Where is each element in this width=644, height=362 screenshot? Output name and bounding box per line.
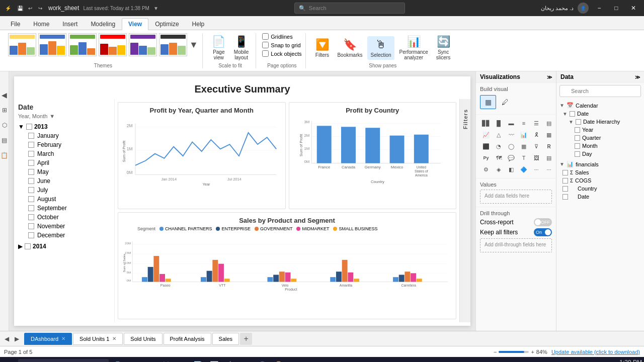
- page-view-button[interactable]: 📄 Pageview: [209, 33, 229, 62]
- tree-date-hierarchy[interactable]: ▼ Date Hierarchy: [556, 118, 644, 126]
- lock-checkbox[interactable]: [262, 50, 269, 57]
- viz-py[interactable]: Py: [480, 152, 492, 163]
- month-october[interactable]: October: [18, 213, 110, 222]
- month-cb[interactable]: [575, 143, 580, 149]
- minimize-button[interactable]: −: [593, 3, 606, 13]
- tab-next[interactable]: ▶: [12, 334, 21, 343]
- table-icon[interactable]: ⊞: [1, 107, 8, 114]
- viz-waterfall[interactable]: ▦: [543, 129, 555, 140]
- month-january[interactable]: January: [18, 131, 110, 140]
- month-february[interactable]: February: [18, 140, 110, 149]
- date-checkbox[interactable]: [570, 111, 575, 117]
- tree-date-f[interactable]: Date: [556, 193, 644, 200]
- tree-day[interactable]: Day: [556, 150, 644, 158]
- tab-optimize[interactable]: Optimize: [148, 18, 185, 30]
- tab-view[interactable]: View: [122, 18, 148, 30]
- viz-stacked-bar[interactable]: ▊▊: [480, 118, 492, 129]
- viz-shape[interactable]: 🔷: [518, 164, 530, 175]
- theme-5[interactable]: [129, 33, 157, 56]
- quarter-cb[interactable]: [575, 135, 580, 141]
- month-december[interactable]: December: [18, 231, 110, 240]
- day-cb[interactable]: [575, 151, 580, 157]
- zoom-slider[interactable]: [499, 351, 529, 353]
- theme-3[interactable]: [68, 33, 97, 56]
- year-2014-checkbox[interactable]: [25, 243, 31, 249]
- taskbar-chrome[interactable]: 🔵: [255, 358, 270, 362]
- theme-6[interactable]: [159, 33, 187, 56]
- tree-sales[interactable]: ΣSales: [556, 168, 644, 176]
- tab-sold-units-1[interactable]: Sold Units 1 ✕: [73, 333, 123, 345]
- snap-checkbox[interactable]: [262, 42, 269, 48]
- viz-line[interactable]: 📈: [480, 129, 492, 140]
- month-april[interactable]: April: [18, 158, 110, 167]
- taskbar-edge[interactable]: 🌐: [110, 358, 125, 362]
- taskbar-explorer[interactable]: 📁: [126, 358, 141, 362]
- taskbar-app1[interactable]: 🟠: [271, 358, 286, 362]
- viz-expand-icon[interactable]: ≫: [547, 74, 552, 80]
- keep-filters-toggle[interactable]: On: [534, 228, 552, 236]
- taskbar-powerpoint[interactable]: 📋: [222, 358, 237, 362]
- snap-to-grid-option[interactable]: Snap to grid: [262, 42, 301, 48]
- tree-month[interactable]: Month: [556, 142, 644, 150]
- redo-icon[interactable]: ↪: [36, 4, 44, 12]
- viz-more2[interactable]: ···: [543, 164, 555, 175]
- viz-donut[interactable]: ◯: [505, 141, 517, 152]
- collapse-icon[interactable]: ◀: [1, 92, 8, 99]
- viz-area[interactable]: △: [493, 129, 505, 140]
- month-june[interactable]: June: [18, 176, 110, 186]
- tree-country[interactable]: Country: [556, 185, 644, 193]
- data-expand-icon[interactable]: ≫: [635, 74, 640, 80]
- taskbar-excel[interactable]: 📊: [206, 358, 221, 362]
- theme-2[interactable]: [38, 33, 66, 56]
- update-notice[interactable]: Update available (click to download): [551, 349, 640, 355]
- tab-prev[interactable]: ◀: [2, 334, 11, 343]
- taskbar-search[interactable]: 🔍 Type here to search: [18, 359, 109, 362]
- tree-cogs[interactable]: ΣCOGS: [556, 176, 644, 185]
- viz-clustered-bar[interactable]: ▐▌: [493, 118, 505, 129]
- tab-sold-units[interactable]: Sold Units: [124, 333, 162, 345]
- viz-bar-h[interactable]: ≡: [518, 118, 530, 129]
- year-2013-header[interactable]: ▼ 2013: [18, 122, 110, 131]
- data-search-input[interactable]: [559, 85, 641, 97]
- tab-profit-analysis[interactable]: Profit Analysis: [164, 333, 211, 345]
- month-may[interactable]: May: [18, 167, 110, 176]
- tree-date[interactable]: ▼ Date: [556, 110, 644, 118]
- taskbar-word[interactable]: 📝: [190, 358, 205, 362]
- taskbar-vscode[interactable]: ⌨: [238, 358, 254, 362]
- theme-4[interactable]: [99, 33, 127, 56]
- chevron-down-icon[interactable]: ▼: [49, 113, 55, 119]
- dropdown-arrow[interactable]: ▼: [153, 6, 158, 11]
- viz-pie[interactable]: ◔: [493, 141, 505, 152]
- zoom-minus[interactable]: −: [494, 349, 497, 355]
- themes-more[interactable]: ▼: [189, 40, 198, 50]
- tab-add-button[interactable]: +: [240, 333, 252, 345]
- start-button[interactable]: ⊞: [2, 358, 17, 362]
- tree-year[interactable]: Year: [556, 126, 644, 134]
- sync-slicers-button[interactable]: 🔄 Syncslicers: [433, 33, 453, 62]
- viz-table2[interactable]: ▤: [543, 152, 555, 163]
- performance-button[interactable]: 📊 Performanceanalyzer: [396, 33, 431, 62]
- tab-file[interactable]: File: [4, 18, 27, 30]
- viz-map[interactable]: 🗺: [493, 152, 505, 163]
- values-drop-zone[interactable]: Add data fields here: [480, 190, 552, 204]
- gridlines-checkbox[interactable]: [262, 33, 269, 40]
- theme-1[interactable]: [8, 33, 36, 56]
- viz-scatter[interactable]: ⬛: [480, 141, 492, 152]
- save-icon[interactable]: 💾: [16, 4, 24, 12]
- undo-icon[interactable]: ↩: [26, 4, 34, 12]
- tab-dashboard-close[interactable]: ✕: [61, 336, 65, 341]
- viz-kpi[interactable]: ◈: [493, 164, 505, 175]
- tree-quarter[interactable]: Quarter: [556, 134, 644, 142]
- viz-combo[interactable]: 📊: [518, 129, 530, 140]
- maximize-button[interactable]: □: [610, 3, 623, 13]
- taskbar-store[interactable]: 🛍: [142, 358, 157, 362]
- year-cb[interactable]: [575, 127, 580, 133]
- viz-slicer[interactable]: ◧: [505, 164, 517, 175]
- bookmarks-button[interactable]: 🔖 Bookmarks: [334, 36, 365, 60]
- month-august[interactable]: August: [18, 195, 110, 204]
- tab-help[interactable]: Help: [186, 18, 211, 30]
- taskbar-outlook[interactable]: 📧: [174, 358, 189, 362]
- tab-modeling[interactable]: Modeling: [84, 18, 122, 30]
- viz-text[interactable]: T: [518, 152, 530, 163]
- selection-button[interactable]: 🖱 Selection: [367, 36, 394, 60]
